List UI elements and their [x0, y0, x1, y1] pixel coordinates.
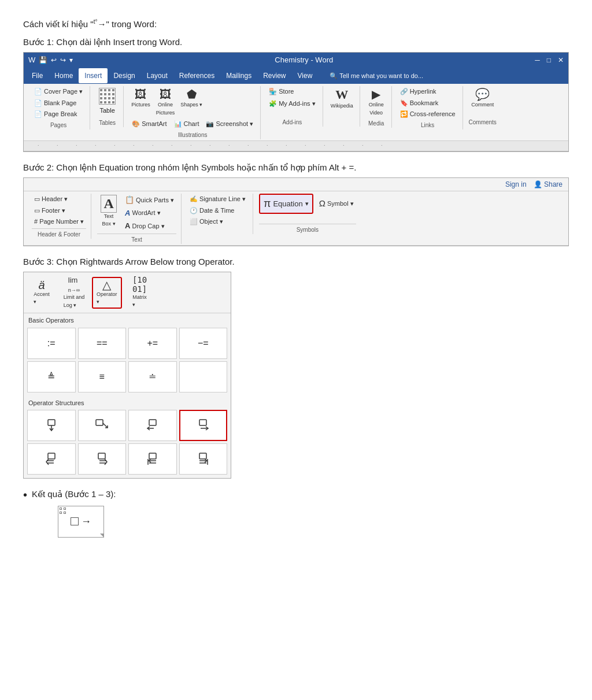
online-pictures-icon: 🖼	[160, 87, 171, 101]
accent-btn[interactable]: ä Accent▾	[27, 278, 56, 308]
smartart-btn[interactable]: 🎨 SmartArt	[130, 118, 169, 129]
op-equiv[interactable]: ==	[78, 328, 127, 359]
cross-reference-btn[interactable]: 🔁 Cross-reference	[398, 109, 458, 120]
blank-page-btn[interactable]: 📄 Blank Page	[32, 98, 85, 109]
op-dot-eq[interactable]: ≐	[128, 361, 177, 392]
cover-page-label: Cover Page ▾	[44, 87, 83, 97]
wordart-label: WordArt ▾	[132, 208, 160, 218]
op-empty1[interactable]	[179, 361, 228, 392]
minimize-btn[interactable]: ─	[535, 55, 540, 65]
blank-page-icon: 📄	[34, 98, 42, 108]
menu-view[interactable]: View	[292, 68, 319, 83]
redo-icon[interactable]: ↪	[60, 55, 66, 65]
eq-scroll-container[interactable]: Basic Operators := == += −= ≜ ≡ ≐ Operat…	[24, 313, 231, 478]
text-label: Text	[97, 234, 176, 244]
page-number-btn[interactable]: # Page Number ▾	[32, 216, 86, 227]
equation-btn[interactable]: π Equation ▾	[259, 194, 313, 214]
store-btn[interactable]: 🏪 Store	[267, 86, 317, 97]
signin-link[interactable]: Sign in	[505, 179, 527, 190]
table-btn[interactable]: Table	[96, 86, 119, 117]
operator-label: Operator▾	[97, 291, 117, 306]
op-minus-eq[interactable]: −=	[179, 328, 228, 359]
op-triple-eq[interactable]: ≡	[78, 361, 127, 392]
date-time-btn[interactable]: 🕐 Date & Time	[187, 205, 248, 216]
equation-dropdown[interactable]: ▾	[305, 199, 309, 209]
page-break-icon: 📄	[34, 109, 42, 119]
menu-home[interactable]: Home	[49, 68, 79, 83]
cross-reference-label: Cross-reference	[410, 109, 456, 119]
op-plus-eq[interactable]: +=	[128, 328, 177, 359]
word-window-step1: W 💾 ↩ ↪ ▾ Chemistry - Word ─ □ ✕ File Ho…	[23, 52, 569, 152]
footer-btn[interactable]: ▭ Footer ▾	[32, 205, 86, 216]
result-box: →	[58, 506, 104, 538]
group-wikipedia: W Wikipedia	[324, 86, 360, 127]
smartart-label: SmartArt	[142, 119, 166, 129]
wordart-btn[interactable]: A WordArt ▾	[123, 207, 176, 220]
ruler-marks: · · · · · · · · · · · · · · · · · · ·	[26, 142, 391, 150]
signature-line-btn[interactable]: ✍ Signature Line ▾	[187, 194, 248, 205]
footer-label: Footer ▾	[42, 206, 65, 216]
page-number-icon: #	[34, 217, 38, 227]
cover-page-btn[interactable]: 📄 Cover Page ▾	[32, 86, 85, 97]
operator-icon: △	[102, 279, 111, 291]
pictures-label: Pictures	[131, 101, 150, 109]
hyperlink-btn[interactable]: 🔗 Hyperlink	[398, 86, 458, 97]
illustrations-label: Illustrations	[178, 131, 208, 139]
op-triangle-eq[interactable]: ≜	[27, 361, 76, 392]
signin-bar: Sign in 👤 Share	[24, 178, 568, 191]
comment-btn[interactable]: 💬 Comment	[469, 86, 495, 110]
bullet-icon: •	[23, 489, 27, 501]
menu-file[interactable]: File	[26, 68, 49, 83]
matrix-btn[interactable]: [1001] Matrix▾	[125, 275, 154, 310]
undo-icon[interactable]: ↩	[51, 55, 57, 65]
limit-log-btn[interactable]: limn→∞ Limit andLog ▾	[60, 275, 88, 310]
symbol-btn[interactable]: Ω Symbol ▾	[317, 197, 356, 211]
drop-cap-btn[interactable]: A Drop Cap ▾	[123, 220, 176, 232]
tell-me-input[interactable]: 🔍 Tell me what you want to do...	[324, 69, 429, 83]
wikipedia-btn[interactable]: W Wikipedia	[329, 86, 355, 112]
signature-line-label: Signature Line ▾	[199, 194, 246, 204]
cover-page-icon: 📄	[34, 87, 42, 97]
group-media: ▶ OnlineVideo Media	[361, 86, 392, 128]
page-break-btn[interactable]: 📄 Page Break	[32, 109, 85, 120]
bookmark-btn[interactable]: 🔖 Bookmark	[398, 98, 458, 109]
shapes-btn[interactable]: ⬟ Shapes ▾	[179, 86, 204, 110]
textbox-btn[interactable]: A TextBox ▾	[97, 194, 120, 232]
op-struct-right[interactable]	[179, 410, 228, 441]
pictures-btn[interactable]: 🖼 Pictures	[130, 86, 152, 110]
operator-btn[interactable]: △ Operator▾	[92, 277, 122, 309]
chart-btn[interactable]: 📊 Chart	[172, 118, 202, 129]
quick-parts-btn[interactable]: 📋 Quick Parts ▾	[123, 194, 176, 206]
online-video-btn[interactable]: ▶ OnlineVideo	[366, 86, 387, 118]
menu-mailings[interactable]: Mailings	[220, 68, 257, 83]
op-struct-dright[interactable]	[78, 443, 127, 475]
my-addins-label: My Add-ins ▾	[279, 99, 315, 109]
save-icon[interactable]: 💾	[39, 55, 47, 65]
op-struct-dl2[interactable]	[128, 443, 177, 475]
header-btn[interactable]: ▭ Header ▾	[32, 194, 86, 205]
op-struct-down[interactable]	[27, 410, 76, 441]
screenshot-btn[interactable]: 📷 Screenshot ▾	[204, 118, 256, 129]
menu-design[interactable]: Design	[108, 68, 140, 83]
op-assign[interactable]: :=	[27, 328, 76, 359]
title-bar: W 💾 ↩ ↪ ▾ Chemistry - Word ─ □ ✕	[24, 53, 568, 68]
header-footer-label: Header & Footer	[32, 228, 86, 239]
links-label: Links	[421, 121, 434, 129]
maximize-btn[interactable]: □	[547, 55, 551, 65]
menu-layout[interactable]: Layout	[141, 68, 173, 83]
menu-insert[interactable]: Insert	[79, 68, 108, 83]
close-btn[interactable]: ✕	[558, 55, 564, 65]
menu-references[interactable]: References	[173, 68, 220, 83]
more-icon[interactable]: ▾	[69, 55, 73, 65]
menu-review[interactable]: Review	[257, 68, 291, 83]
op-struct-dr2[interactable]	[179, 443, 228, 475]
my-addins-btn[interactable]: 🧩 My Add-ins ▾	[267, 98, 317, 109]
page-break-label: Page Break	[44, 109, 77, 119]
op-struct-diag[interactable]	[78, 410, 127, 441]
op-struct-left[interactable]	[128, 410, 177, 441]
online-pictures-btn[interactable]: 🖼 OnlinePictures	[154, 86, 177, 118]
object-btn[interactable]: ⬜ Object ▾	[187, 216, 248, 227]
share-link[interactable]: 👤 Share	[534, 179, 563, 190]
op-struct-dleft[interactable]	[27, 443, 76, 475]
blank-page-label: Blank Page	[44, 98, 76, 108]
